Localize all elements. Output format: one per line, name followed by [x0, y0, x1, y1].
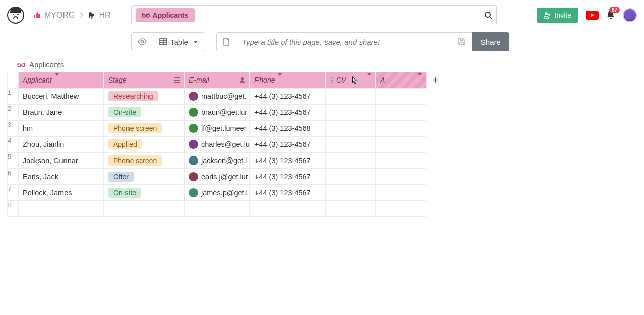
cell-a[interactable] [376, 169, 426, 185]
cell-a[interactable] [376, 152, 426, 169]
glasses-icon [142, 12, 150, 18]
cell-a[interactable] [376, 120, 426, 136]
cell-phone[interactable]: +44 (3) 123-4567 [250, 169, 326, 185]
cell-a[interactable] [376, 185, 426, 201]
email-text: james.p@get.l [201, 189, 248, 197]
cell-email[interactable]: james.p@get.l [184, 185, 250, 201]
invite-button[interactable]: Invite [537, 8, 578, 23]
view-type-label: Table [170, 38, 188, 46]
thumbs-up-icon [33, 11, 41, 19]
chevron-down-icon [275, 76, 282, 84]
notifications-button[interactable]: 67 [606, 10, 616, 21]
youtube-icon[interactable] [586, 11, 599, 20]
column-header-applicant[interactable]: Applicant [18, 72, 104, 88]
app-logo[interactable] [7, 7, 24, 24]
cell-stage[interactable]: Offer [104, 169, 184, 185]
stage-pill: Researching [108, 91, 158, 101]
cell-cv[interactable] [326, 88, 376, 104]
stage-pill: On-site [108, 188, 141, 198]
cell-stage[interactable]: Applied [104, 136, 184, 152]
cell-applicant[interactable]: Jackson, Gunnar [18, 152, 104, 169]
cell-phone[interactable]: +44 (3) 123-4567 [250, 185, 326, 201]
stage-pill: Applied [108, 139, 142, 149]
search-input[interactable] [199, 11, 480, 19]
cell-phone[interactable]: +44 (3) 123-4567 [250, 104, 326, 120]
cell-email[interactable]: braun@get.lur [184, 104, 250, 120]
cell-phone[interactable] [250, 201, 326, 217]
cell-applicant[interactable]: Pollock, James [18, 185, 104, 201]
cell-phone[interactable]: +44 (3) 123-4567 [250, 136, 326, 152]
column-header-stage[interactable]: Stage [104, 72, 184, 88]
user-avatar[interactable] [623, 8, 637, 22]
avatar-icon [189, 188, 198, 197]
view-type-dropdown[interactable]: Table [153, 32, 204, 51]
eye-icon [138, 38, 147, 45]
user-plus-icon [544, 12, 551, 19]
cell-applicant[interactable]: Braun, Jane [18, 104, 104, 120]
column-header-email[interactable]: E-mail [184, 72, 250, 88]
column-header-phone[interactable]: Phone [250, 72, 326, 88]
cell-phone[interactable]: +44 (3) 123-4568 [250, 120, 326, 136]
svg-point-13 [332, 77, 333, 78]
cell-email[interactable]: jf@get.lumeer [184, 120, 250, 136]
cell-stage[interactable]: On-site [104, 185, 184, 201]
avatar-icon [189, 92, 198, 101]
cell-email[interactable]: earls.j@get.lur [184, 169, 250, 185]
cell-applicant[interactable] [18, 201, 104, 217]
cell-applicant[interactable]: hm [18, 120, 104, 136]
breadcrumb-project[interactable]: HR [88, 11, 110, 20]
email-text: jackson@get.l [201, 156, 247, 165]
cell-email[interactable]: mattbuc@get. [184, 88, 250, 104]
table-icon [159, 38, 167, 45]
visibility-button[interactable] [131, 32, 153, 51]
stage-pill: Phone screen [108, 155, 162, 166]
cell-stage[interactable]: Phone screen [104, 152, 184, 169]
cursor-icon [352, 76, 358, 85]
user-icon [239, 77, 245, 83]
cell-applicant[interactable]: Earls, Jack [18, 169, 104, 185]
cell-applicant[interactable]: Zhou, Jianlin [18, 136, 104, 152]
stage-pill: Offer [108, 172, 134, 182]
svg-point-12 [330, 77, 331, 78]
page-icon-button[interactable] [216, 32, 236, 51]
row-number: 4 [7, 136, 18, 152]
svg-point-16 [330, 82, 331, 83]
cell-email[interactable] [184, 201, 250, 217]
share-button[interactable]: Share [472, 32, 509, 51]
search-chip-applicants[interactable]: Applicants [136, 8, 195, 22]
cell-stage[interactable]: Researching [104, 88, 184, 104]
cell-cv[interactable] [326, 201, 376, 217]
cell-a[interactable] [376, 201, 426, 217]
cell-email[interactable]: jackson@get.l [184, 152, 250, 169]
cell-cv[interactable] [326, 169, 376, 185]
row-number: 1 [7, 88, 18, 104]
svg-point-2 [485, 12, 490, 17]
cell-a[interactable] [376, 88, 426, 104]
row-number: 5 [7, 152, 18, 169]
cell-cv[interactable] [326, 104, 376, 120]
cell-cv[interactable] [326, 185, 376, 201]
cell-stage[interactable]: Phone screen [104, 120, 184, 136]
cell-cv[interactable] [326, 136, 376, 152]
page-title-input[interactable] [236, 32, 452, 51]
cell-a[interactable] [376, 104, 426, 120]
cell-phone[interactable]: +44 (3) 123-4567 [250, 88, 326, 104]
cell-stage[interactable]: On-site [104, 104, 184, 120]
cell-stage[interactable] [104, 201, 184, 217]
avatar-icon [189, 124, 198, 133]
cell-cv[interactable] [326, 152, 376, 169]
cell-a[interactable] [376, 136, 426, 152]
cell-applicant[interactable]: Bucceri, Matthew [18, 88, 104, 104]
search-bar[interactable]: Applicants [131, 5, 497, 25]
cell-email[interactable]: charles@get.lu [184, 136, 250, 152]
horse-icon [88, 11, 96, 19]
cell-phone[interactable]: +44 (3) 123-4567 [250, 152, 326, 169]
column-header-cv[interactable]: CV [326, 72, 376, 88]
column-label: CV [336, 76, 346, 84]
breadcrumb-org[interactable]: MYORG [33, 11, 75, 20]
add-column-button[interactable]: + [426, 72, 444, 88]
column-header-a[interactable]: A [376, 72, 426, 88]
search-icon[interactable] [484, 11, 492, 19]
cell-cv[interactable] [326, 120, 376, 136]
save-button[interactable] [452, 32, 472, 51]
